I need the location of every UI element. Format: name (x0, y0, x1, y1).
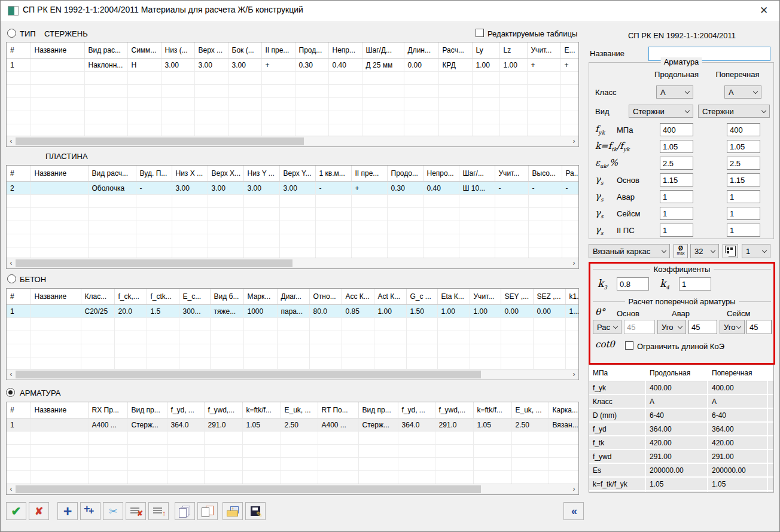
column-header[interactable]: E_uk, ... (511, 402, 549, 418)
scroll-thumb[interactable] (16, 371, 481, 378)
close-icon[interactable]: ✕ (756, 4, 772, 18)
column-header[interactable]: Вид пр... (127, 402, 167, 418)
k-ratio-transverse-input[interactable] (727, 140, 760, 153)
table-row[interactable] (7, 234, 579, 247)
table-row[interactable]: 2Оболочка-3.003.003.003.00-+0.300.40Ш 10… (7, 182, 579, 195)
eps-uk-transverse-input[interactable] (727, 157, 760, 170)
column-header[interactable]: Ly (472, 42, 499, 59)
scroll-track[interactable] (16, 484, 569, 494)
column-header[interactable]: Учит... (495, 166, 528, 182)
scroll-left-icon[interactable]: ‹ (7, 137, 16, 146)
column-header[interactable]: Название (31, 402, 88, 418)
gamma-avar-transverse-input[interactable] (727, 190, 760, 203)
column-header[interactable]: Непр... (328, 42, 362, 59)
column-header[interactable]: Шаг/... (459, 166, 495, 182)
column-header[interactable]: # (7, 166, 31, 182)
table-row[interactable] (7, 344, 579, 357)
column-header[interactable]: Отно... (309, 289, 342, 305)
osnov-angle-mode-select[interactable]: Рас (593, 320, 621, 334)
column-header[interactable]: Вид расч... (88, 166, 136, 182)
table-row[interactable]: 1Наклонн...Н3.003.003.00+0.300.40Д 25 мм… (7, 59, 579, 72)
table-row[interactable]: k=f_tk/f_yk1.051.05 (589, 477, 774, 491)
beton-radio[interactable] (7, 274, 16, 283)
column-header[interactable]: Название (31, 42, 84, 59)
armatura-radio[interactable] (6, 388, 15, 397)
type-transverse-select[interactable]: Стержни (698, 105, 770, 118)
column-header[interactable]: МПа (589, 365, 645, 381)
column-header[interactable]: Высо... (528, 166, 562, 182)
table-row[interactable] (7, 98, 579, 111)
column-header[interactable]: f_yd, ... (167, 402, 204, 418)
export-button[interactable]: ✎ (245, 502, 266, 520)
table-row[interactable]: f_ywd291.00291.00 (589, 450, 774, 463)
cancel-button[interactable]: ✘ (29, 502, 49, 520)
column-header[interactable]: Поперечная (708, 365, 767, 381)
table-row[interactable]: 1C20/2520.01.5300...тяже...1000пара...80… (7, 305, 579, 318)
scroll-left-icon[interactable]: ‹ (7, 370, 16, 379)
column-header[interactable]: Непро... (423, 166, 459, 182)
cut-button[interactable]: ✂ (103, 502, 123, 520)
collapse-panel-button[interactable]: « (563, 502, 584, 520)
column-header[interactable]: f_yd, ... (398, 402, 435, 418)
paste-button[interactable] (197, 502, 218, 520)
k-ratio-longitudinal-input[interactable] (660, 140, 693, 153)
gamma-osnov-longitudinal-input[interactable] (660, 173, 693, 186)
apply-button[interactable]: ✔ (6, 502, 26, 520)
column-header[interactable]: Продольная (645, 365, 708, 381)
column-header[interactable]: Eta К... (437, 289, 470, 305)
column-header[interactable]: Учит... (527, 42, 560, 59)
column-header[interactable]: Длин... (404, 42, 438, 59)
column-header[interactable]: Название (31, 166, 88, 182)
table-row[interactable] (7, 445, 579, 458)
editable-tables-checkbox[interactable] (476, 29, 484, 37)
section-placement-button[interactable] (723, 244, 738, 258)
column-header[interactable]: f_ck,... (114, 289, 147, 305)
table-row[interactable] (7, 318, 579, 331)
table-row[interactable] (7, 471, 579, 484)
scroll-thumb[interactable] (16, 485, 481, 493)
scroll-right-icon[interactable]: › (569, 485, 578, 494)
column-header[interactable]: SEY ,... (501, 289, 533, 305)
column-header[interactable]: Низ (... (161, 42, 194, 59)
fyk-longitudinal-input[interactable] (660, 123, 693, 136)
k3-input[interactable] (617, 277, 649, 291)
column-header[interactable]: II пре... (261, 42, 295, 59)
seism-angle-mode-select[interactable]: Уго (720, 320, 745, 334)
type-longitudinal-select[interactable]: Стержни (629, 105, 693, 118)
seism-angle-input[interactable] (747, 320, 772, 334)
armatura-hscrollbar[interactable]: ‹ › (7, 484, 578, 494)
eps-uk-longitudinal-input[interactable] (660, 157, 693, 170)
scroll-right-icon[interactable]: › (569, 259, 578, 268)
table-row[interactable]: 1A400 ...Стерж...364.0291.01.052.50A400 … (7, 418, 579, 432)
column-header[interactable]: Прод... (295, 42, 328, 59)
gamma-seism-transverse-input[interactable] (727, 207, 760, 220)
class-longitudinal-select[interactable]: А (656, 85, 693, 99)
add-row-button[interactable]: + (57, 502, 78, 520)
column-header[interactable]: Клас... (81, 289, 114, 305)
count-select[interactable]: 1 (742, 244, 770, 258)
table-row[interactable] (7, 331, 579, 344)
column-header[interactable]: Диаг... (277, 289, 309, 305)
column-header[interactable]: f_ctk... (147, 289, 179, 305)
beton-hscrollbar[interactable]: ‹ › (7, 369, 578, 380)
column-header[interactable]: II пре... (351, 166, 387, 182)
scroll-right-icon[interactable]: › (569, 137, 578, 146)
gamma-osnov-transverse-input[interactable] (727, 173, 760, 186)
column-header[interactable]: SEZ ,... (533, 289, 565, 305)
scroll-thumb[interactable] (16, 137, 304, 145)
move-row-up-button[interactable]: ↑ (148, 502, 169, 520)
column-header[interactable]: Верх Y... (279, 166, 315, 182)
column-header[interactable]: Вуд. П... (136, 166, 172, 182)
diameter-max-button[interactable]: Ømax (674, 244, 688, 258)
column-header[interactable]: Ра... (562, 166, 579, 182)
table-row[interactable]: f_tk420.00420.00 (589, 436, 774, 450)
table-row[interactable]: eps_uk, %2.502.50 (589, 491, 774, 493)
column-header[interactable]: G_c ... (406, 289, 437, 305)
table-row[interactable] (7, 72, 579, 85)
gamma-avar-longitudinal-input[interactable] (660, 190, 693, 203)
table-row[interactable]: f_yk400.00400.00 (589, 381, 774, 395)
column-header[interactable]: k=ftk/f... (242, 402, 281, 418)
column-header[interactable]: Верх X... (208, 166, 243, 182)
scroll-track[interactable] (16, 136, 569, 146)
table-row[interactable] (7, 221, 579, 234)
